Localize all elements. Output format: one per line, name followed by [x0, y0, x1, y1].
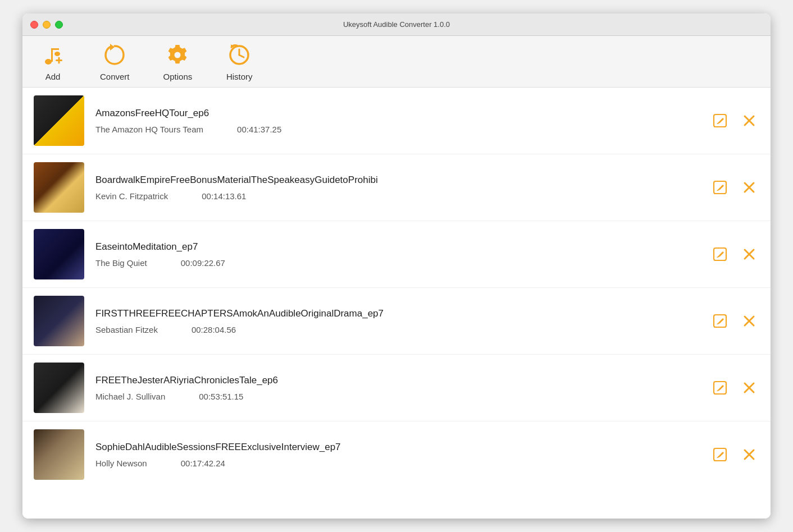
item-title: AmazonsFreeHQTour_ep6: [95, 108, 699, 119]
item-author: The Big Quiet: [95, 258, 147, 268]
traffic-lights: [30, 21, 63, 29]
svg-marker-6: [110, 44, 115, 51]
item-thumbnail: [34, 296, 84, 346]
list-item: FIRSTTHREEFREECHAPTERSAmokAnAudibleOrigi…: [22, 288, 771, 355]
item-duration: 00:28:04.56: [192, 325, 236, 334]
svg-line-10: [239, 55, 244, 57]
item-title: FIRSTTHREEFREECHAPTERSAmokAnAudibleOrigi…: [95, 308, 699, 319]
delete-button[interactable]: [739, 444, 759, 465]
history-icon: [226, 42, 253, 68]
window-title: Ukeysoft Audible Converter 1.0.0: [343, 20, 450, 29]
item-duration: 00:14:13.61: [202, 191, 246, 201]
item-meta: The Amazon HQ Tours Team 00:41:37.25: [95, 125, 699, 134]
add-label: Add: [45, 72, 61, 81]
list-item: AmazonsFreeHQTour_ep6 The Amazon HQ Tour…: [22, 88, 771, 154]
list-item: EaseintoMeditation_ep7 The Big Quiet 00:…: [22, 221, 771, 288]
edit-button[interactable]: [710, 378, 730, 398]
list-item: BoardwalkEmpireFreeBonusMaterialTheSpeak…: [22, 154, 771, 221]
delete-button[interactable]: [739, 244, 759, 264]
titlebar: Ukeysoft Audible Converter 1.0.0: [22, 13, 771, 36]
item-meta: Holly Newson 00:17:42.24: [95, 458, 699, 468]
item-meta: Kevin C. Fitzpatrick 00:14:13.61: [95, 191, 699, 201]
item-author: The Amazon HQ Tours Team: [95, 125, 203, 134]
item-meta: The Big Quiet 00:09:22.67: [95, 258, 699, 268]
svg-point-3: [54, 52, 60, 56]
add-icon: [39, 42, 66, 68]
add-button[interactable]: Add: [39, 42, 66, 81]
edit-button[interactable]: [710, 111, 730, 131]
item-duration: 00:41:37.25: [237, 125, 281, 134]
history-button[interactable]: History: [226, 42, 253, 81]
item-title: SophieDahlAudibleSessionsFREEExclusiveIn…: [95, 442, 699, 453]
list-item: FREETheJesterARiyriaChroniclesTale_ep6 M…: [22, 355, 771, 421]
item-info: SophieDahlAudibleSessionsFREEExclusiveIn…: [95, 442, 699, 468]
convert-button[interactable]: Convert: [100, 42, 130, 81]
item-thumbnail: [34, 162, 84, 213]
edit-button[interactable]: [710, 311, 730, 331]
svg-rect-1: [51, 48, 53, 62]
item-title: EaseintoMeditation_ep7: [95, 241, 699, 253]
edit-button[interactable]: [710, 444, 730, 465]
item-author: Sebastian Fitzek: [95, 325, 158, 334]
item-actions: [710, 444, 759, 465]
delete-button[interactable]: [739, 111, 759, 131]
item-thumbnail: [34, 429, 84, 480]
svg-point-0: [45, 59, 52, 65]
delete-button[interactable]: [739, 311, 759, 331]
svg-rect-2: [51, 48, 59, 50]
item-author: Michael J. Sullivan: [95, 392, 165, 401]
item-meta: Sebastian Fitzek 00:28:04.56: [95, 325, 699, 334]
delete-button[interactable]: [739, 177, 759, 198]
options-label: Options: [163, 72, 193, 81]
item-info: FREETheJesterARiyriaChroniclesTale_ep6 M…: [95, 375, 699, 401]
toolbar: Add Convert Options: [22, 36, 771, 88]
main-window: Ukeysoft Audible Converter 1.0.0: [22, 13, 771, 519]
item-actions: [710, 111, 759, 131]
content-list: AmazonsFreeHQTour_ep6 The Amazon HQ Tour…: [22, 88, 771, 519]
item-duration: 00:09:22.67: [181, 258, 225, 268]
item-thumbnail: [34, 95, 84, 146]
item-actions: [710, 311, 759, 331]
item-author: Holly Newson: [95, 458, 147, 468]
close-button[interactable]: [30, 21, 38, 29]
item-author: Kevin C. Fitzpatrick: [95, 191, 168, 201]
svg-point-7: [175, 52, 181, 58]
item-info: EaseintoMeditation_ep7 The Big Quiet 00:…: [95, 241, 699, 268]
options-button[interactable]: Options: [163, 42, 193, 81]
minimize-button[interactable]: [43, 21, 51, 29]
item-info: BoardwalkEmpireFreeBonusMaterialTheSpeak…: [95, 175, 699, 201]
item-actions: [710, 177, 759, 198]
edit-button[interactable]: [710, 244, 730, 264]
convert-icon: [101, 42, 128, 68]
item-duration: 00:17:42.24: [181, 458, 225, 468]
svg-rect-5: [58, 57, 60, 64]
item-info: AmazonsFreeHQTour_ep6 The Amazon HQ Tour…: [95, 108, 699, 134]
convert-label: Convert: [100, 72, 130, 81]
item-meta: Michael J. Sullivan 00:53:51.15: [95, 392, 699, 401]
item-duration: 00:53:51.15: [199, 392, 243, 401]
item-info: FIRSTTHREEFREECHAPTERSAmokAnAudibleOrigi…: [95, 308, 699, 334]
item-title: FREETheJesterARiyriaChroniclesTale_ep6: [95, 375, 699, 386]
delete-button[interactable]: [739, 378, 759, 398]
item-title: BoardwalkEmpireFreeBonusMaterialTheSpeak…: [95, 175, 699, 186]
edit-button[interactable]: [710, 177, 730, 198]
options-icon: [164, 42, 191, 68]
item-thumbnail: [34, 363, 84, 413]
item-actions: [710, 244, 759, 264]
maximize-button[interactable]: [55, 21, 63, 29]
list-item: SophieDahlAudibleSessionsFREEExclusiveIn…: [22, 421, 771, 488]
item-actions: [710, 378, 759, 398]
item-thumbnail: [34, 229, 84, 279]
history-label: History: [226, 72, 253, 81]
